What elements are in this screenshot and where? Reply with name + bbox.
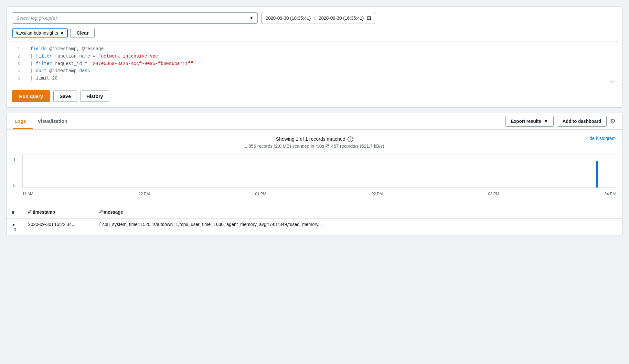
add-to-dashboard-button[interactable]: Add to dashboard [557,116,607,127]
kw-fields: fields [30,46,49,51]
results-panel: Logs Visualization Export results ▼ Add … [6,113,623,236]
settings-icon[interactable]: ⚙ [610,117,616,125]
sort-dir: desc [79,68,90,73]
row-expand-cell: ► 1 [7,218,23,236]
row-num: 1 [14,227,16,232]
line-num-5: 5 [17,75,25,82]
x-label-11am: 11 AM [22,192,33,196]
query-panel: Select log group(s) ▼ 2020-09-30 (10:35:… [6,6,623,108]
x-label-04pm: 04 PM [604,192,616,196]
limit-clause: limit 20 [36,76,58,81]
stats-scanned: 1,856 records (2.0 MB) scanned in 4.0s @… [7,144,622,149]
sort-field: @timestamp [49,68,79,73]
kw-timestamp-msg: @timestamp, @message [49,46,104,51]
kw-filter-3: filter [36,61,55,66]
tab-visualization[interactable]: Visualization [37,113,74,129]
kw-filter-2: filter [36,54,55,59]
stats-section: Showing 1 of 1 records matched i 1,856 r… [7,130,622,151]
code-text-4: | sort @timestamp desc [30,67,612,74]
x-axis-labels: 11 AM 12 PM 01 PM 02 PM 03 PM 04 PM [22,192,616,196]
x-label-03pm: 03 PM [488,192,499,196]
pipe-4: | [30,68,36,73]
code-editor[interactable]: 1 fields @timestamp, @message 2 | filter… [12,41,617,86]
code-line-5: 5 | limit 20 [12,75,617,82]
line-num-3: 3 [17,61,25,68]
kw-sort: sort [36,68,49,73]
gridline-1 [23,154,616,155]
code-line-3: 3 | filter request_id = "247e6369-3a2b-4… [12,60,617,68]
log-group-dropdown-arrow: ▼ [250,16,253,20]
row-expand-icon[interactable]: ► [12,222,16,227]
filter-field-2: function_name = [55,54,98,59]
y-axis-label-1: 1 [13,157,16,162]
run-query-button[interactable]: Run query [12,90,50,102]
code-text-3: | filter request_id = "247e6369-3a2b-4cc… [30,60,612,67]
table-header-row: # @timestamp @message [7,206,622,219]
tabs-row: Logs Visualization Export results ▼ Add … [7,113,622,130]
col-header-timestamp: @timestamp [23,206,94,219]
log-group-placeholder: Select log group(s) [16,15,57,21]
stats-showing-text: Showing 1 of 1 records matched [276,136,345,142]
filter-value-3: "247e6369-3a2b-4ccf-9e95-fb80c6ba711f" [90,61,193,66]
histogram-area: 1 0 11 AM 12 PM 01 PM 02 PM 03 PM 04 PM [7,154,622,206]
date-range-picker[interactable]: 2020-09-30 (10:35:41) › 2020-09-30 (16:3… [261,12,375,24]
pipe-2: | [30,54,36,59]
history-button[interactable]: History [80,91,109,102]
info-icon[interactable]: i [347,136,353,142]
filter-value-2: "network-intensive-vpc" [98,54,161,59]
tag-close-icon[interactable]: ✕ [60,30,64,36]
col-header-hash: # [7,206,23,219]
x-label-01pm: 01 PM [255,192,266,196]
code-line-1: 1 fields @timestamp, @message [12,45,617,53]
pipe-3: | [30,61,36,66]
code-line-2: 2 | filter function_name = "network-inte… [12,53,617,60]
tag-label: /aws/lambda-insights [16,30,58,36]
save-button[interactable]: Save [53,91,77,102]
chart-area [22,154,616,188]
log-group-select[interactable]: Select log group(s) ▼ [12,12,258,24]
date-range-arrow: › [314,16,315,21]
clear-button[interactable]: Clear [70,28,95,38]
col-header-message: @message [94,206,622,219]
histogram-bar [596,161,598,187]
line-num-1: 1 [17,46,25,53]
code-text-2: | filter function_name = "network-intens… [30,53,612,60]
line-num-4: 4 [17,68,25,75]
x-label-02pm: 02 PM [372,192,383,196]
row-timestamp: 2020-09-30T16:22:34.... [23,218,94,236]
x-label-12pm: 12 PM [139,192,150,196]
top-row: Select log group(s) ▼ 2020-09-30 (10:35:… [12,12,617,24]
row-message: {"cpu_system_time":1520,"shutdown":1,"cp… [94,218,622,236]
code-text-1: fields @timestamp, @message [30,45,612,52]
calendar-icon[interactable]: ⊞ [367,15,371,21]
y-axis-label-0: 0 [13,183,16,188]
hide-histogram-link[interactable]: Hide histogram [585,136,616,141]
export-results-button[interactable]: Export results ▼ [505,116,554,127]
export-dropdown-arrow: ▼ [544,119,548,124]
table-row: ► 1 2020-09-30T16:22:34.... {"cpu_system… [7,218,622,236]
line-num-2: 2 [17,53,25,60]
results-table: # @timestamp @message ► 1 2020-09-30T16:… [7,206,622,236]
stats-showing: Showing 1 of 1 records matched i [7,136,622,142]
code-text-5: | limit 20 [30,75,612,82]
pipe-5: | [30,76,36,81]
resize-handle[interactable]: ∗∗ [610,78,615,85]
action-row: Run query Save History [12,90,617,102]
chart-container: 1 0 11 AM 12 PM 01 PM 02 PM 03 PM 04 PM [13,154,616,196]
tab-logs[interactable]: Logs [13,113,33,129]
export-results-label: Export results [511,119,541,124]
tags-row: /aws/lambda-insights ✕ Clear [12,28,617,38]
log-group-tag: /aws/lambda-insights ✕ [12,28,68,37]
date-start: 2020-09-30 (10:35:41) [266,16,311,21]
filter-field-3: request_id = [55,61,90,66]
code-line-4: 4 | sort @timestamp desc [12,67,617,75]
date-end: 2020-09-30 (16:35:41) [319,16,364,21]
